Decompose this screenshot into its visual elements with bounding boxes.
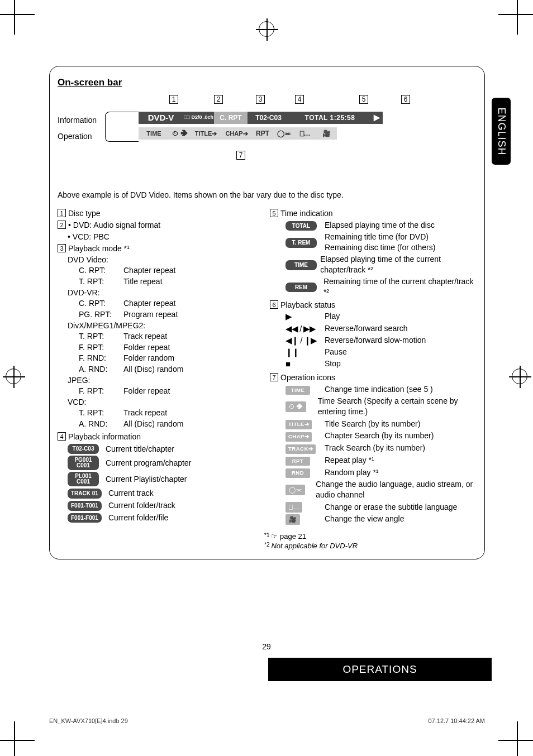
status-label: Reverse/forward slow-motion: [325, 335, 426, 346]
operation-row: TRACK➔Track Search (by its number): [285, 443, 477, 454]
definition-key: F. RND:: [79, 353, 123, 363]
group-head: DVD Video:: [68, 255, 264, 265]
crop-mark: [0, 0, 35, 35]
playback-info-label: Current track: [108, 488, 154, 499]
definition-value: All (Disc) random: [123, 364, 264, 375]
dolby-line2: 2/0 .0ch: [195, 115, 213, 120]
item-2a: • DVD: Audio signal format: [68, 221, 160, 229]
playback-mode-label: C. RPT: [214, 112, 248, 124]
disc-type-label: DVD-V: [139, 112, 183, 124]
callout-1: 1: [169, 95, 178, 104]
left-column: 1Disc type 2• DVD: Audio signal format •…: [58, 207, 264, 526]
ref-6: 6: [270, 300, 278, 309]
playback-info-row: PL001 C001Current Playlist/chapter: [68, 472, 264, 486]
time-chip: T. REM: [285, 238, 317, 248]
op-chap: CHAP➔: [221, 127, 252, 140]
print-footer: EN_KW-AVX710[E]4.indb 29 07.12.7 10:44:2…: [49, 717, 485, 724]
time-label: Remaining time of the current chapter/tr…: [323, 276, 477, 298]
footnotes: *1☞ page 21 *2Not applicable for DVD-VR: [264, 532, 477, 551]
operation-icon: ⏲ ➔: [285, 401, 306, 412]
op-angle-icon: 🎥: [316, 127, 337, 140]
status-row: ■Stop: [285, 358, 477, 370]
play-status-icon: ▶: [370, 112, 383, 124]
playback-info-label: Current folder/track: [108, 500, 175, 511]
ref-5: 5: [270, 209, 278, 217]
definition-row: T. RPT:Title repeat: [79, 276, 264, 287]
definition-row: PG. RPT:Program repeat: [79, 309, 264, 320]
callout-7: 7: [236, 151, 245, 160]
right-column: 5Time indication TOTALElapsed playing ti…: [270, 207, 477, 526]
operation-row: 🎥Change the view angle: [285, 514, 477, 525]
definition-value: Chapter repeat: [123, 265, 264, 276]
definition-value: Title repeat: [123, 276, 264, 287]
playback-info-chip: TRACK 01: [68, 489, 102, 499]
definition-key: T. RPT:: [79, 408, 123, 418]
operation-label: Track Search (by its number): [325, 443, 425, 453]
status-label: Pause: [325, 347, 347, 358]
definition-row: A. RND:All (Disc) random: [79, 419, 264, 429]
language-tab-label: ENGLISH: [496, 107, 507, 155]
definition-value: Track repeat: [123, 331, 264, 342]
op-audio-icon: ◯⫘: [273, 127, 294, 140]
definition-value: Chapter repeat: [123, 298, 264, 309]
ref-7: 7: [270, 373, 278, 381]
label-operation: Operation: [58, 131, 97, 142]
definition-key: F. RPT:: [79, 342, 123, 353]
ref-3: 3: [58, 244, 66, 252]
callout-3: 3: [256, 95, 265, 104]
definition-value: Folder random: [123, 353, 264, 363]
callout-2: 2: [214, 95, 223, 104]
footer-left: EN_KW-AVX710[E]4.indb 29: [49, 717, 128, 724]
operation-label: Time Search (Specify a certain scene by …: [318, 396, 477, 417]
operation-icon: RPT: [285, 457, 310, 466]
operation-row: ⏲ ➔Time Search (Specify a certain scene …: [285, 396, 477, 417]
group-head: JPEG:: [68, 375, 264, 386]
dolby-line1: □□ D: [184, 115, 195, 120]
operation-row: ⎕…Change or erase the subtitle language: [285, 501, 477, 513]
registration-mark: [259, 21, 274, 37]
operation-row: RNDRandom play *¹: [285, 467, 477, 478]
item-5: Time indication: [280, 209, 333, 218]
time-indication-row: T. REMRemaining title time (for DVD) Rem…: [285, 232, 477, 253]
callout-4: 4: [295, 95, 304, 104]
definition-row: F. RND:Folder random: [79, 353, 264, 363]
definition-key: A. RND:: [79, 419, 123, 429]
time-label: Remaining title time (for DVD) Remaining…: [325, 232, 435, 253]
definition-key: C. RPT:: [79, 265, 123, 276]
operation-bar: TIME ⏲ ➔ TITLE➔ CHAP➔ RPT ◯⫘ ⎕… 🎥: [139, 126, 429, 141]
time-chip: TIME: [285, 260, 317, 270]
status-icon: ■: [285, 358, 325, 370]
crop-mark: [498, 721, 533, 756]
operation-icon: RND: [285, 468, 310, 478]
operation-row: CHAP➔Chapter Search (by its number): [285, 430, 477, 442]
playback-info-label: Current folder/file: [108, 513, 168, 523]
operation-icon: CHAP➔: [285, 432, 312, 442]
operation-label: Random play *¹: [325, 467, 379, 478]
playback-info-chip: PG001 C001: [68, 456, 99, 470]
language-tab: ENGLISH: [492, 98, 511, 165]
playback-info-row: T02-C03Current title/chapter: [68, 444, 264, 454]
time-indication-row: TIMEElapsed playing time of the current …: [285, 254, 477, 275]
operation-row: TITLE➔Title Search (by its number): [285, 418, 477, 429]
group-head: DVD-VR:: [68, 288, 264, 298]
crop-mark: [498, 0, 533, 35]
time-label: Elapsed playing time of the current chap…: [320, 254, 477, 275]
time-indication-label: TOTAL 1:25:58: [289, 112, 370, 124]
playback-info-label: Current program/chapter: [106, 458, 191, 468]
registration-mark: [512, 369, 527, 384]
item-4: Playback information: [68, 432, 141, 441]
item-3: Playback mode *¹: [68, 244, 130, 253]
item-2b: • VCD: PBC: [68, 232, 264, 242]
definition-row: T. RPT:Track repeat: [79, 331, 264, 342]
op-rpt: RPT: [252, 127, 273, 140]
status-icon: ◀◀ / ▶▶: [285, 323, 325, 334]
status-label: Play: [325, 311, 340, 322]
group-head: DivX/MPEG1/MPEG2:: [68, 320, 264, 331]
ref-1: 1: [58, 209, 66, 217]
status-icon: ❙❙: [285, 347, 325, 358]
operation-label: Repeat play *¹: [325, 455, 374, 466]
status-icon: ▶: [285, 311, 325, 322]
operation-label: Change time indication (see 5 ): [325, 384, 433, 395]
time-label: Elapsed playing time of the disc: [325, 220, 435, 231]
status-label: Reverse/forward search: [325, 323, 408, 334]
